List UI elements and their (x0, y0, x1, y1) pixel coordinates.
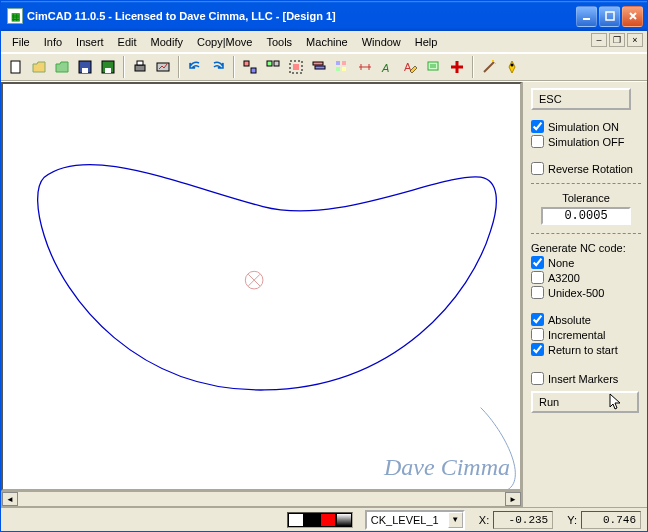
horizontal-scrollbar[interactable]: ◄ ► (1, 491, 522, 507)
cursor-arrow-icon (609, 393, 623, 411)
swatch-gradient[interactable] (336, 513, 352, 527)
return-start-checkbox[interactable]: Return to start (531, 343, 641, 356)
a3200-label: A3200 (548, 272, 580, 284)
dimension-icon[interactable] (354, 56, 376, 78)
select-all-icon[interactable] (285, 56, 307, 78)
drawing-canvas[interactable]: Dave Cimma (1, 82, 522, 491)
maximize-button[interactable] (599, 6, 620, 27)
menu-machine[interactable]: Machine (299, 34, 355, 50)
simulation-on-checkbox[interactable]: Simulation ON (531, 120, 641, 133)
toolbar: A A (1, 53, 647, 81)
scroll-left-button[interactable]: ◄ (2, 492, 18, 506)
svg-rect-11 (251, 68, 256, 73)
menu-edit[interactable]: Edit (111, 34, 144, 50)
none-input[interactable] (531, 256, 544, 269)
layer-icon[interactable] (308, 56, 330, 78)
svg-rect-7 (135, 65, 145, 71)
svg-rect-19 (342, 61, 346, 65)
unidex-checkbox[interactable]: Unidex-500 (531, 286, 641, 299)
swatch-red[interactable] (320, 513, 336, 527)
insert-markers-input[interactable] (531, 372, 544, 385)
print-icon[interactable] (129, 56, 151, 78)
layer-dropdown[interactable]: CK_LEVEL_1 ▼ (365, 510, 465, 530)
absolute-checkbox[interactable]: Absolute (531, 313, 641, 326)
a3200-input[interactable] (531, 271, 544, 284)
window-title: CimCAD 11.0.5 - Licensed to Dave Cimma, … (27, 10, 576, 22)
x-value: -0.235 (493, 511, 553, 529)
statusbar: CK_LEVEL_1 ▼ X: -0.235 Y: 0.746 (1, 507, 647, 531)
edit-text-icon[interactable]: A (400, 56, 422, 78)
simulation-off-checkbox[interactable]: Simulation OFF (531, 135, 641, 148)
incremental-checkbox[interactable]: Incremental (531, 328, 641, 341)
simulation-off-input[interactable] (531, 135, 544, 148)
minimize-button[interactable] (576, 6, 597, 27)
wand-icon[interactable] (478, 56, 500, 78)
open-folder-icon[interactable] (28, 56, 50, 78)
incremental-input[interactable] (531, 328, 544, 341)
menu-modify[interactable]: Modify (144, 34, 190, 50)
svg-rect-20 (336, 67, 340, 71)
reverse-rotation-checkbox[interactable]: Reverse Rotation (531, 162, 641, 175)
menu-tools[interactable]: Tools (259, 34, 299, 50)
return-start-label: Return to start (548, 344, 618, 356)
none-checkbox[interactable]: None (531, 256, 641, 269)
menu-copymove[interactable]: Copy|Move (190, 34, 259, 50)
menu-insert[interactable]: Insert (69, 34, 111, 50)
mdi-restore-button[interactable]: ❐ (609, 33, 625, 47)
add-cross-icon[interactable] (446, 56, 468, 78)
mdi-close-button[interactable]: × (627, 33, 643, 47)
return-start-input[interactable] (531, 343, 544, 356)
ungroup-icon[interactable] (262, 56, 284, 78)
tolerance-label: Tolerance (531, 192, 641, 204)
titlebar[interactable]: ▦ CimCAD 11.0.5 - Licensed to Dave Cimma… (1, 1, 647, 31)
mdi-minimize-button[interactable]: – (591, 33, 607, 47)
annotate-icon[interactable] (423, 56, 445, 78)
reverse-rotation-label: Reverse Rotation (548, 163, 633, 175)
swatch-white[interactable] (288, 513, 304, 527)
y-label: Y: (567, 514, 577, 526)
app-window: ▦ CimCAD 11.0.5 - Licensed to Dave Cimma… (0, 0, 648, 532)
absolute-label: Absolute (548, 314, 591, 326)
menu-window[interactable]: Window (355, 34, 408, 50)
scroll-right-button[interactable]: ► (505, 492, 521, 506)
incremental-label: Incremental (548, 329, 605, 341)
generate-nc-label: Generate NC code: (531, 242, 641, 254)
esc-button[interactable]: ESC (531, 88, 631, 110)
save-icon[interactable] (74, 56, 96, 78)
redo-icon[interactable] (207, 56, 229, 78)
insert-markers-checkbox[interactable]: Insert Markers (531, 372, 641, 385)
new-file-icon[interactable] (5, 56, 27, 78)
group-icon[interactable] (239, 56, 261, 78)
run-button[interactable]: Run (531, 391, 639, 413)
save-alt-icon[interactable] (97, 56, 119, 78)
menu-help[interactable]: Help (408, 34, 445, 50)
tolerance-input[interactable] (541, 207, 631, 225)
simulation-on-input[interactable] (531, 120, 544, 133)
origin-marker-icon (245, 271, 263, 289)
simulation-on-label: Simulation ON (548, 121, 619, 133)
reverse-rotation-input[interactable] (531, 162, 544, 175)
swatch-black[interactable] (304, 513, 320, 527)
a3200-checkbox[interactable]: A3200 (531, 271, 641, 284)
separator (123, 56, 125, 78)
mdi-window-buttons: – ❐ × (589, 33, 643, 47)
absolute-input[interactable] (531, 313, 544, 326)
marker-icon[interactable] (501, 56, 523, 78)
open-alt-icon[interactable] (51, 56, 73, 78)
svg-rect-18 (336, 61, 340, 65)
grid-icon[interactable] (331, 56, 353, 78)
unidex-input[interactable] (531, 286, 544, 299)
font-icon[interactable]: A (377, 56, 399, 78)
plot-icon[interactable] (152, 56, 174, 78)
layer-dropdown-value: CK_LEVEL_1 (371, 514, 439, 526)
dropdown-arrow-icon[interactable]: ▼ (448, 512, 463, 528)
close-button[interactable] (622, 6, 643, 27)
divider (531, 183, 641, 184)
canvas-wrap: Dave Cimma ◄ ► (1, 82, 522, 507)
svg-rect-8 (137, 61, 143, 65)
simulation-off-label: Simulation OFF (548, 136, 624, 148)
unidex-label: Unidex-500 (548, 287, 604, 299)
menu-file[interactable]: File (5, 34, 37, 50)
menu-info[interactable]: Info (37, 34, 69, 50)
undo-icon[interactable] (184, 56, 206, 78)
